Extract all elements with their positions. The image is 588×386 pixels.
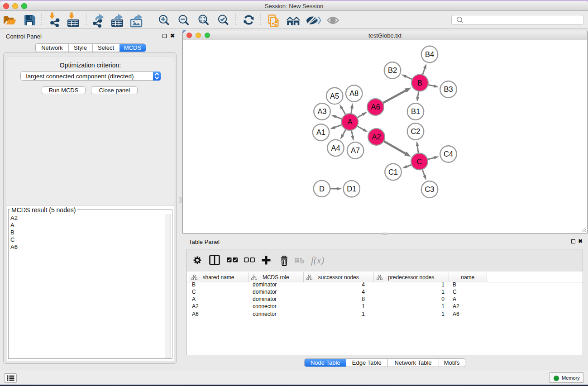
svg-text:A7: A7	[351, 146, 360, 154]
svg-text:C1: C1	[388, 167, 398, 176]
svg-text:C2: C2	[411, 127, 420, 135]
svg-text:f(x): f(x)	[311, 255, 324, 266]
svg-text:D: D	[319, 184, 325, 192]
svg-text:B4: B4	[425, 50, 434, 58]
svg-text:A4: A4	[331, 143, 340, 152]
svg-text:A1: A1	[316, 128, 325, 136]
svg-text:D1: D1	[347, 185, 356, 193]
svg-text:C: C	[417, 157, 422, 165]
svg-text:A8: A8	[349, 89, 359, 97]
svg-text:C4: C4	[444, 150, 453, 158]
svg-text:A6: A6	[371, 103, 380, 111]
svg-text:B1: B1	[411, 107, 420, 115]
svg-text:B3: B3	[444, 85, 453, 93]
svg-text:C3: C3	[425, 185, 434, 193]
svg-text:B: B	[417, 78, 422, 86]
svg-text:A3: A3	[317, 107, 326, 115]
svg-text:A5: A5	[330, 91, 339, 100]
svg-text:B2: B2	[388, 66, 397, 74]
svg-text:A: A	[347, 118, 352, 126]
svg-text:A2: A2	[372, 133, 381, 141]
